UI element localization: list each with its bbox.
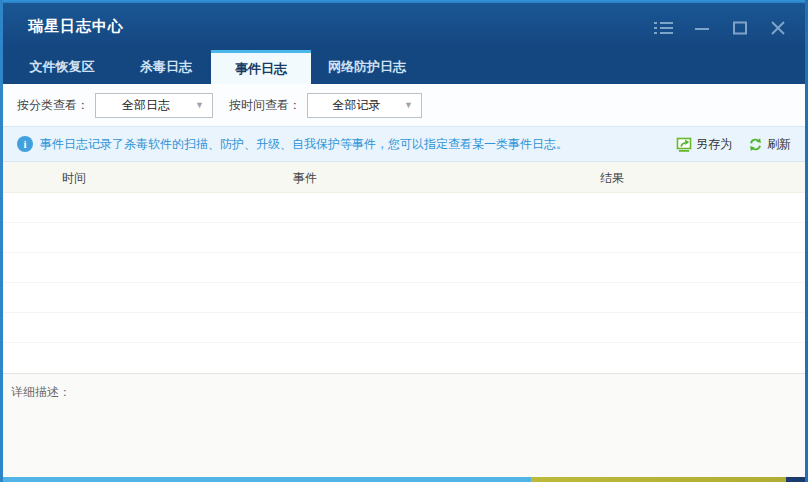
- tab-network-protection-log[interactable]: 网络防护日志: [311, 50, 423, 84]
- info-message: 事件日志记录了杀毒软件的扫描、防护、升级、自我保护等事件，您可以指定查看某一类事…: [40, 136, 676, 153]
- filter-row: 按分类查看： 全部日志 ▼ 按时间查看： 全部记录 ▼: [3, 84, 805, 126]
- table-row: [3, 223, 805, 253]
- refresh-label: 刷新: [767, 136, 791, 153]
- close-button[interactable]: [767, 17, 789, 39]
- menu-icon: [654, 20, 674, 36]
- table-row: [3, 343, 805, 373]
- info-icon: i: [17, 136, 33, 152]
- detail-label: 详细描述：: [11, 385, 71, 399]
- category-filter-label: 按分类查看：: [17, 97, 89, 114]
- category-filter-value: 全部日志: [122, 97, 170, 114]
- minimize-button[interactable]: [691, 17, 713, 39]
- window-title: 瑞星日志中心: [28, 17, 124, 36]
- time-filter-value: 全部记录: [333, 97, 381, 114]
- time-filter-label: 按时间查看：: [229, 97, 301, 114]
- tab-label: 杀毒日志: [140, 58, 192, 76]
- window-bottom-edge: [3, 477, 805, 482]
- tab-event-log[interactable]: 事件日志: [211, 50, 311, 84]
- tab-label: 网络防护日志: [328, 58, 406, 76]
- table-row: [3, 193, 805, 223]
- tab-label: 文件恢复区: [30, 58, 95, 76]
- refresh-button[interactable]: 刷新: [748, 136, 791, 153]
- close-icon: [770, 20, 786, 36]
- column-header-event: 事件: [293, 170, 317, 187]
- tab-file-recovery[interactable]: 文件恢复区: [3, 50, 121, 84]
- chevron-down-icon: ▼: [404, 101, 413, 110]
- table-row: [3, 253, 805, 283]
- log-table-header: 时间 事件 结果: [3, 162, 805, 193]
- save-as-button[interactable]: 另存为: [676, 136, 732, 153]
- titlebar: 瑞星日志中心: [3, 3, 805, 50]
- window-controls: [653, 17, 789, 39]
- refresh-icon: [748, 137, 763, 152]
- tab-bar: 文件恢复区 杀毒日志 事件日志 网络防护日志: [3, 50, 805, 84]
- table-row: [3, 283, 805, 313]
- menu-button[interactable]: [653, 17, 675, 39]
- column-header-time: 时间: [62, 170, 86, 187]
- log-table-body[interactable]: [3, 193, 805, 373]
- chevron-down-icon: ▼: [195, 101, 204, 110]
- minimize-icon: [694, 20, 710, 36]
- time-filter-select[interactable]: 全部记录 ▼: [307, 93, 422, 118]
- maximize-button[interactable]: [729, 17, 751, 39]
- category-filter-select[interactable]: 全部日志 ▼: [95, 93, 213, 118]
- log-center-window: 瑞星日志中心: [0, 0, 808, 482]
- maximize-icon: [732, 20, 748, 36]
- export-icon: [676, 136, 692, 152]
- table-row: [3, 313, 805, 343]
- tab-label: 事件日志: [235, 60, 287, 78]
- info-bar: i 事件日志记录了杀毒软件的扫描、防护、升级、自我保护等事件，您可以指定查看某一…: [3, 126, 805, 162]
- column-header-result: 结果: [600, 170, 624, 187]
- save-as-label: 另存为: [696, 136, 732, 153]
- detail-panel: 详细描述：: [3, 373, 805, 477]
- tab-antivirus-log[interactable]: 杀毒日志: [121, 50, 211, 84]
